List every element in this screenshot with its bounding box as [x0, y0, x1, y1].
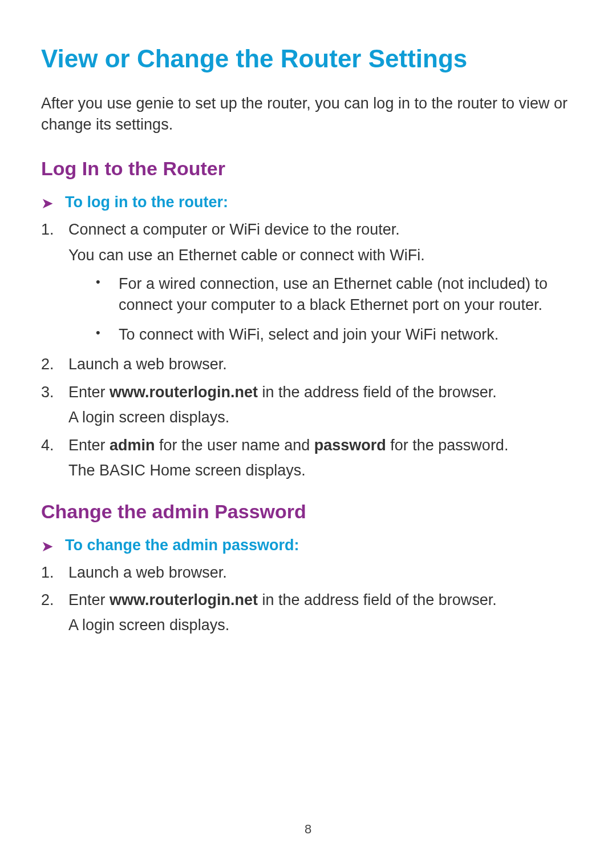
section-heading-change-password: Change the admin Password — [41, 501, 575, 523]
bullet-item: For a wired connection, use an Ethernet … — [96, 273, 575, 315]
steps-list-login: Connect a computer or WiFi device to the… — [41, 219, 575, 481]
bold-url: www.routerlogin.net — [110, 384, 258, 401]
bullet-item: To connect with WiFi, select and join yo… — [96, 324, 575, 345]
step-note: You can use an Ethernet cable or connect… — [68, 245, 575, 265]
step-text: Connect a computer or WiFi device to the… — [68, 221, 400, 238]
step-item: Enter www.routerlogin.net in the address… — [41, 382, 575, 428]
sub-bullet-list: For a wired connection, use an Ethernet … — [68, 273, 575, 345]
step-text: Enter www.routerlogin.net in the address… — [68, 591, 497, 608]
intro-paragraph: After you use genie to set up the router… — [41, 93, 575, 136]
triangle-right-icon: ➤ — [41, 539, 54, 554]
section-heading-login: Log In to the Router — [41, 158, 575, 180]
steps-list-change-password: Launch a web browser. Enter www.routerlo… — [41, 562, 575, 636]
step-text: Launch a web browser. — [68, 356, 227, 373]
step-item: Enter admin for the user name and passwo… — [41, 435, 575, 481]
bold-url: www.routerlogin.net — [110, 591, 258, 608]
step-item: Enter www.routerlogin.net in the address… — [41, 590, 575, 636]
procedure-title: To log in to the router: — [65, 193, 228, 211]
document-page: View or Change the Router Settings After… — [0, 0, 616, 636]
step-item: Launch a web browser. — [41, 354, 575, 374]
step-note: A login screen displays. — [68, 615, 575, 635]
procedure-title: To change the admin password: — [65, 537, 299, 554]
step-text: Launch a web browser. — [68, 564, 227, 581]
triangle-right-icon: ➤ — [41, 196, 54, 211]
bold-password: password — [314, 437, 386, 454]
step-text: Enter www.routerlogin.net in the address… — [68, 384, 497, 401]
procedure-heading-row: ➤ To change the admin password: — [41, 537, 575, 554]
step-item: Launch a web browser. — [41, 562, 575, 583]
step-text: Enter admin for the user name and passwo… — [68, 437, 508, 454]
step-note: The BASIC Home screen displays. — [68, 460, 575, 481]
bold-username: admin — [110, 437, 155, 454]
page-number: 8 — [0, 822, 616, 837]
procedure-heading-row: ➤ To log in to the router: — [41, 193, 575, 211]
step-item: Connect a computer or WiFi device to the… — [41, 219, 575, 345]
step-note: A login screen displays. — [68, 407, 575, 428]
page-title: View or Change the Router Settings — [41, 45, 575, 74]
